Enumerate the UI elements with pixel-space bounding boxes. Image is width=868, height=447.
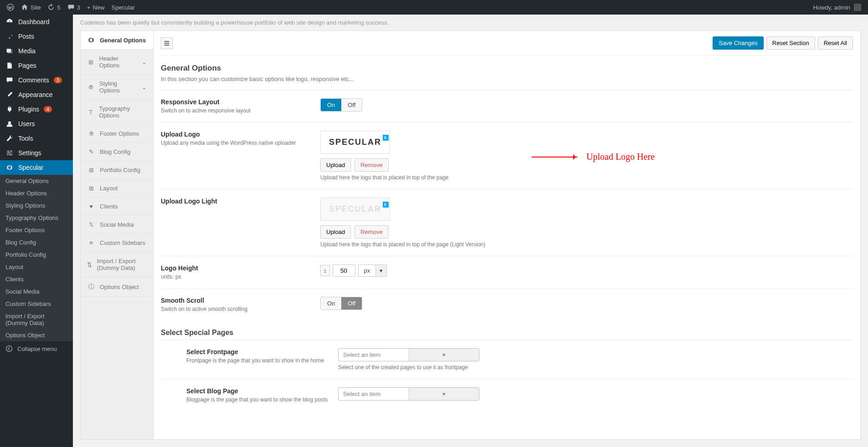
new-link[interactable]: +New — [87, 4, 105, 11]
upload-logo-title: Upload Logo — [161, 131, 320, 138]
frontpage-title: Select Frontpage — [186, 348, 338, 356]
section-title: General Options — [161, 56, 853, 76]
unit-dropdown[interactable]: ▾ — [375, 265, 386, 276]
svg-rect-4 — [164, 43, 169, 44]
panel-icon: ⊞ — [87, 59, 95, 66]
admin-bar: Site 5 3 +New Specular Howdy, admin — [0, 0, 868, 15]
sidebar-item-specular[interactable]: Specular — [0, 160, 73, 175]
sub-item[interactable]: Custom Sidebars — [0, 298, 73, 310]
height-stepper-icon[interactable]: ↕ — [320, 265, 330, 276]
sub-item[interactable]: Typography Options — [0, 212, 73, 224]
sub-item[interactable]: Footer Options — [0, 224, 73, 236]
comment-icon — [5, 76, 14, 84]
panel-item-3[interactable]: TTypography Options — [81, 100, 153, 125]
plug-icon — [5, 106, 14, 113]
panel-item-2[interactable]: ⟰Styling Options⌄ — [81, 75, 153, 100]
responsive-toggle[interactable]: On Off — [320, 98, 362, 112]
upload-logo-light-help: Upload here the logo that is placed in t… — [320, 241, 853, 248]
sliders-icon — [5, 149, 14, 157]
panel-item-6[interactable]: ⊞Portfolio Config — [81, 161, 153, 179]
panel-item-8[interactable]: ♥Clients — [81, 198, 153, 216]
sidebar-item-appearance[interactable]: Appearance — [0, 87, 73, 102]
avatar[interactable] — [854, 4, 861, 11]
upload-logo-light-title: Upload Logo Light — [161, 198, 320, 205]
remove-light-button[interactable]: Remove — [354, 225, 388, 239]
reset-section-button[interactable]: Reset Section — [766, 36, 815, 50]
refresh-link[interactable]: 5 — [47, 4, 60, 11]
upload-logo-help: Upload here the logo that is placed in t… — [320, 174, 853, 181]
sidebar-item-plugins[interactable]: Plugins4 — [0, 102, 73, 117]
sidebar-item-pages[interactable]: Pages — [0, 58, 73, 73]
sidebar-item-tools[interactable]: Tools — [0, 131, 73, 146]
pin-icon — [5, 33, 14, 40]
user-icon — [5, 120, 14, 127]
theme-link[interactable]: Specular — [111, 4, 134, 11]
sidebar-item-media[interactable]: Media — [0, 44, 73, 58]
panel-icon: 𝕏 — [87, 221, 95, 228]
save-button[interactable]: Save Changes — [713, 36, 763, 50]
sub-item[interactable]: Import / Export (Dummy Data) — [0, 310, 73, 329]
panel-sidebar: General Options⊞Header Options⌄⟰Styling … — [81, 31, 154, 439]
sub-item[interactable]: Social Media — [0, 285, 73, 298]
panel-item-10[interactable]: ≡Custom Sidebars — [81, 234, 153, 252]
panel-item-4[interactable]: ⟰Footer Options — [81, 125, 153, 143]
sidebar-item-dashboard[interactable]: Dashboard — [0, 15, 73, 29]
blogpage-title: Select Blog Page — [186, 387, 338, 395]
panel-item-1[interactable]: ⊞Header Options⌄ — [81, 50, 153, 75]
panel-item-12[interactable]: ⓘOptions Object — [81, 277, 153, 297]
panel-item-7[interactable]: ⊞Layout — [81, 179, 153, 198]
panel-item-9[interactable]: 𝕏Social Media — [81, 216, 153, 234]
sub-item[interactable]: Styling Options — [0, 199, 73, 212]
frontpage-help: Select one of the created pages to use i… — [338, 364, 853, 371]
upload-button[interactable]: Upload — [320, 158, 351, 172]
wp-logo[interactable] — [7, 4, 14, 11]
comments-link[interactable]: 3 — [67, 4, 80, 11]
panel-icon — [87, 36, 95, 44]
panel-item-0[interactable]: General Options — [81, 31, 153, 50]
main-sidebar: DashboardPostsMediaPagesComments3Appeara… — [0, 15, 73, 447]
sidebar-item-settings[interactable]: Settings — [0, 146, 73, 160]
arrow-icon — [532, 157, 577, 157]
remove-button[interactable]: Remove — [354, 158, 388, 172]
smooth-scroll-title: Smooth Scroll — [161, 297, 320, 304]
sidebar-item-comments[interactable]: Comments3 — [0, 73, 73, 87]
responsive-title: Responsive Layout — [161, 98, 320, 106]
panel-icon: ⟰ — [87, 130, 95, 137]
smooth-scroll-toggle[interactable]: On Off — [320, 297, 362, 310]
sub-item[interactable]: General Options — [0, 175, 73, 187]
brush-icon — [5, 91, 14, 98]
collapse-menu[interactable]: Collapse menu — [0, 341, 73, 356]
reset-all-button[interactable]: Reset All — [818, 36, 853, 50]
collapse-icon — [5, 345, 13, 352]
panel-icon: ⊞ — [87, 167, 95, 173]
logo-height-input[interactable] — [333, 264, 355, 277]
site-link[interactable]: Site — [21, 4, 41, 11]
sidebar-item-users[interactable]: Users — [0, 117, 73, 131]
blogpage-select[interactable]: Select an item ▾ — [338, 387, 479, 401]
logo-height-title: Logo Height — [161, 264, 320, 272]
panel-item-11[interactable]: ⇅Import / Export (Dummy Data) — [81, 252, 153, 277]
gear-icon — [5, 164, 14, 171]
unit-label: px — [359, 265, 376, 276]
sub-item[interactable]: Header Options — [0, 187, 73, 199]
special-pages-title: Select Special Pages — [161, 320, 853, 340]
panel-icon: ⊞ — [87, 185, 95, 192]
panel-icon: ≡ — [87, 239, 95, 246]
sub-item[interactable]: Blog Config — [0, 236, 73, 249]
media-icon — [5, 47, 14, 55]
sub-item[interactable]: Options Object — [0, 329, 73, 341]
panel-icon: ⓘ — [87, 283, 95, 291]
sub-item[interactable]: Layout — [0, 261, 73, 273]
upload-light-button[interactable]: Upload — [320, 225, 351, 239]
svg-point-1 — [8, 121, 11, 124]
sub-item[interactable]: Clients — [0, 273, 73, 285]
frontpage-select[interactable]: Select an item ▾ — [338, 348, 479, 361]
expand-button[interactable] — [161, 37, 173, 49]
sub-item[interactable]: Portfolio Config — [0, 249, 73, 261]
panel-item-5[interactable]: ✎Blog Config — [81, 143, 153, 161]
svg-rect-3 — [164, 41, 169, 42]
howdy-link[interactable]: Howdy, admin — [813, 4, 850, 11]
sidebar-item-posts[interactable]: Posts — [0, 29, 73, 44]
responsive-desc: Switch on to active responsive layout — [161, 107, 320, 114]
svg-point-2 — [6, 346, 12, 352]
